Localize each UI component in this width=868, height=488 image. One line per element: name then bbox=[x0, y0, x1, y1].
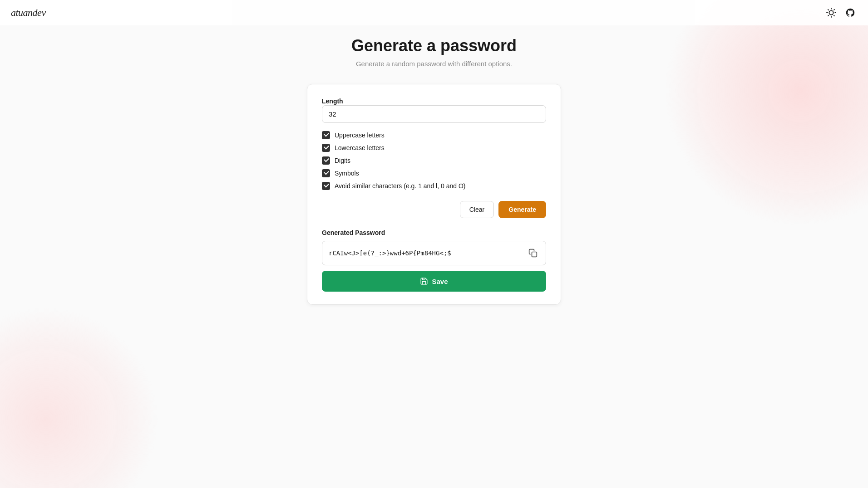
checkbox-uppercase[interactable]: Uppercase letters bbox=[322, 131, 546, 139]
svg-point-0 bbox=[829, 10, 833, 15]
checkbox-avoid-similar[interactable]: Avoid similar characters (e.g. 1 and l, … bbox=[322, 182, 546, 190]
svg-line-3 bbox=[828, 10, 829, 10]
password-display: rCAIw<J>[e(?_:>}wwd+6P{Pm84HG<;$ bbox=[322, 241, 546, 265]
avoid-similar-label: Avoid similar characters (e.g. 1 and l, … bbox=[335, 182, 465, 190]
page-subtitle: Generate a random password with differen… bbox=[356, 60, 512, 68]
digits-checkbox[interactable] bbox=[322, 156, 330, 165]
password-text: rCAIw<J>[e(?_:>}wwd+6P{Pm84HG<;$ bbox=[329, 249, 523, 257]
theme-toggle-button[interactable] bbox=[824, 6, 838, 20]
save-icon bbox=[420, 277, 428, 285]
symbols-checkbox[interactable] bbox=[322, 169, 330, 177]
sun-icon bbox=[826, 8, 836, 18]
uppercase-checkbox[interactable] bbox=[322, 131, 330, 139]
header-icons bbox=[824, 6, 857, 20]
checkbox-lowercase[interactable]: Lowercase letters bbox=[322, 144, 546, 152]
action-buttons: Clear Generate bbox=[322, 201, 546, 218]
svg-line-7 bbox=[828, 15, 829, 16]
header: atuandev bbox=[0, 0, 868, 25]
checkbox-digits[interactable]: Digits bbox=[322, 156, 546, 165]
page-title: Generate a password bbox=[351, 36, 517, 55]
digits-label: Digits bbox=[335, 157, 350, 164]
symbols-label: Symbols bbox=[335, 170, 359, 177]
lowercase-label: Lowercase letters bbox=[335, 144, 385, 151]
length-input[interactable] bbox=[322, 105, 546, 123]
svg-line-4 bbox=[834, 15, 834, 16]
generated-label: Generated Password bbox=[322, 229, 546, 236]
lowercase-checkbox[interactable] bbox=[322, 144, 330, 152]
save-button[interactable]: Save bbox=[322, 271, 546, 292]
github-icon bbox=[845, 8, 855, 18]
copy-icon bbox=[528, 249, 538, 258]
save-label: Save bbox=[432, 278, 448, 285]
avoid-similar-checkbox[interactable] bbox=[322, 182, 330, 190]
svg-rect-9 bbox=[532, 252, 537, 257]
checkbox-symbols[interactable]: Symbols bbox=[322, 169, 546, 177]
options-list: Uppercase letters Lowercase letters Digi… bbox=[322, 131, 546, 190]
svg-line-8 bbox=[834, 10, 834, 10]
uppercase-label: Uppercase letters bbox=[335, 132, 385, 139]
main-content: Generate a password Generate a random pa… bbox=[0, 0, 868, 305]
generate-button[interactable]: Generate bbox=[498, 201, 546, 218]
clear-button[interactable]: Clear bbox=[460, 201, 494, 218]
github-link-button[interactable] bbox=[843, 6, 857, 20]
copy-button[interactable] bbox=[527, 247, 539, 259]
length-label: Length bbox=[322, 98, 343, 105]
logo: atuandev bbox=[11, 7, 46, 19]
password-card: Length Uppercase letters Lowercase lette… bbox=[307, 84, 561, 305]
